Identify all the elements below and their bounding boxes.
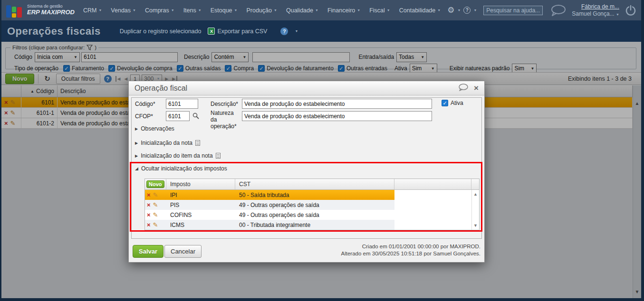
delete-icon[interactable]: ×	[147, 222, 151, 228]
company-link[interactable]: Fábrica de m...	[581, 3, 619, 10]
main-menu: CRM▼ Vendas▼ Compras▼ Itens▼ Estoque▼ Pr…	[83, 7, 441, 14]
section-inicializacao-impostos[interactable]: ◢ Ocultar inicialização dos impostos	[135, 165, 227, 172]
codigo-input[interactable]	[166, 99, 198, 109]
ativa-label: Ativa	[451, 100, 463, 106]
dialog-header: Operação fiscal ×	[129, 81, 484, 95]
chevron-down-icon: ▼	[234, 9, 238, 12]
top-navigation-bar: Sistema de gestão ERP MAXIPROD CRM▼ Vend…	[1, 0, 641, 20]
app-frame: Sistema de gestão ERP MAXIPROD CRM▼ Vend…	[1, 0, 641, 298]
menu-itens[interactable]: Itens▼	[183, 7, 202, 14]
created-text: Criado em 01/01/2001 00:00:00 por MAXIPR…	[341, 243, 481, 250]
menu-fiscal[interactable]: Fiscal▼	[369, 7, 390, 14]
expanded-triangle-icon: ◢	[135, 166, 138, 171]
tax-table: Novo Imposto CST ×✎ IPI 50 - Saída tribu…	[144, 179, 480, 230]
export-csv-link[interactable]: X Exportar para CSV	[208, 28, 267, 35]
brand-block: Sistema de gestão ERP MAXIPROD	[27, 4, 75, 16]
chevron-down-icon: ▼	[315, 9, 318, 12]
codigo-label: Código*	[135, 101, 155, 107]
cancel-button[interactable]: Cancelar	[164, 245, 202, 258]
edit-pencil-icon[interactable]: ✎	[153, 212, 158, 218]
chevron-down-icon: ▼	[387, 9, 390, 12]
delete-icon[interactable]: ×	[147, 212, 151, 218]
scroll-down-icon[interactable]: ▼	[472, 223, 479, 228]
tax-table-scrollbar[interactable]: ▲ ▼	[471, 190, 479, 230]
menu-estoque[interactable]: Estoque▼	[211, 7, 238, 14]
edit-pencil-icon[interactable]: ✎	[153, 222, 158, 228]
descricao-label: Descrição*	[211, 101, 238, 107]
chevron-down-icon[interactable]: ▼	[295, 29, 298, 33]
chevron-down-icon: ▼	[133, 9, 136, 12]
chevron-down-icon[interactable]: ▼	[457, 9, 461, 12]
cfop-search-icon[interactable]	[192, 113, 199, 121]
menu-crm[interactable]: CRM▼	[83, 7, 102, 14]
note-icon	[216, 153, 221, 159]
collapsed-triangle-icon: ▶	[135, 141, 138, 145]
ativa-checkbox[interactable]: ✓	[442, 100, 448, 106]
tax-header-cst[interactable]: CST	[235, 179, 394, 189]
menu-financeiro[interactable]: Financeiro▼	[327, 7, 360, 14]
menu-contabilidade[interactable]: Contabilidade▼	[399, 7, 441, 14]
chevron-down-icon[interactable]: ▼	[473, 9, 477, 12]
collapsed-triangle-icon: ▶	[135, 154, 138, 158]
nav-right-cluster: Fábrica de m... Samuel Gonça... ▼	[550, 3, 636, 18]
dialog-chat-bubble-icon[interactable]	[458, 84, 468, 93]
menu-compras[interactable]: Compras▼	[145, 7, 174, 14]
app-window: Sistema de gestão ERP MAXIPROD CRM▼ Vend…	[0, 0, 644, 301]
section-observacoes[interactable]: ▶ Observações	[135, 125, 174, 132]
chat-bubble-icon[interactable]	[550, 4, 566, 17]
audit-info: Criado em 01/01/2001 00:00:00 por MAXIPR…	[341, 243, 481, 257]
natureza-label: Natureza da operação*	[211, 110, 240, 130]
tax-row-cofins[interactable]: ×✎ COFINS 49 - Outras operações de saída	[145, 210, 394, 220]
tax-row-ipi[interactable]: ×✎ IPI 50 - Saída tributada	[145, 190, 394, 200]
chevron-down-icon: ▼	[171, 9, 174, 12]
chevron-down-icon: ▼	[198, 9, 202, 12]
ativa-checkbox-group: ✓ Ativa	[442, 100, 463, 106]
dialog-title: Operação fiscal	[135, 84, 187, 93]
edit-pencil-icon[interactable]: ✎	[153, 202, 158, 208]
natureza-input[interactable]	[242, 111, 432, 121]
collapsed-triangle-icon: ▶	[135, 127, 138, 131]
descricao-input[interactable]	[242, 99, 432, 109]
cfop-label: CFOP*	[135, 113, 153, 120]
brand-name: ERP MAXIPROD	[27, 9, 75, 16]
gear-icon[interactable]: ⚙	[447, 5, 454, 15]
section-inicializacao-item-nota[interactable]: ▶ Inicialização do item da nota	[135, 152, 221, 159]
account-block: Fábrica de m... Samuel Gonça... ▼	[572, 3, 619, 18]
power-icon[interactable]	[625, 5, 636, 16]
delete-icon[interactable]: ×	[147, 192, 151, 198]
save-button[interactable]: Salvar	[133, 245, 163, 258]
menu-qualidade[interactable]: Qualidade▼	[286, 7, 318, 14]
section-inicializacao-nota[interactable]: ▶ Inicialização da nota	[135, 140, 200, 146]
tax-row-pis[interactable]: ×✎ PIS 49 - Outras operações de saída	[145, 200, 394, 210]
menu-producao[interactable]: Produção▼	[247, 7, 277, 14]
tax-row-icms[interactable]: ×✎ ICMS 00 - Tributada integralmente	[145, 220, 394, 230]
tax-header-filler	[394, 179, 471, 189]
chevron-down-icon: ▼	[616, 13, 619, 16]
altered-text: Alterado em 30/05/2025 10:51:18 por Samu…	[341, 250, 481, 257]
tax-table-header: Novo Imposto CST	[145, 179, 479, 190]
tax-novo-button[interactable]: Novo	[146, 180, 164, 188]
menu-vendas[interactable]: Vendas▼	[111, 7, 136, 14]
tax-header-end	[471, 179, 479, 189]
nav-icon-cluster: ⚙ ▼ ? ▼	[447, 5, 543, 15]
help-icon[interactable]: ?	[463, 7, 471, 14]
chevron-down-icon: ▼	[357, 9, 360, 12]
tax-header-imposto[interactable]: Imposto	[166, 179, 235, 189]
close-icon[interactable]: ×	[474, 84, 479, 92]
delete-icon[interactable]: ×	[147, 202, 151, 208]
cfop-input[interactable]	[166, 111, 190, 121]
chevron-down-icon: ▼	[274, 9, 277, 12]
note-icon	[195, 140, 200, 146]
edit-pencil-icon[interactable]: ✎	[153, 192, 158, 198]
excel-icon: X	[208, 28, 215, 35]
maxiprod-logo-icon	[6, 3, 23, 18]
chevron-down-icon: ▼	[437, 9, 441, 12]
user-menu[interactable]: Samuel Gonça... ▼	[572, 10, 619, 17]
operacao-fiscal-dialog: Operação fiscal × Código* Descrição* ✓ A…	[128, 81, 485, 263]
scroll-up-icon[interactable]: ▲	[472, 192, 479, 197]
help-search-input[interactable]	[483, 6, 543, 15]
duplicate-record-link[interactable]: Duplicar o registro selecionado	[120, 28, 202, 35]
page-help-icon[interactable]: ?	[280, 28, 288, 35]
page-title-bar: Operações fiscais Duplicar o registro se…	[1, 20, 641, 42]
chevron-down-icon: ▼	[98, 9, 102, 12]
